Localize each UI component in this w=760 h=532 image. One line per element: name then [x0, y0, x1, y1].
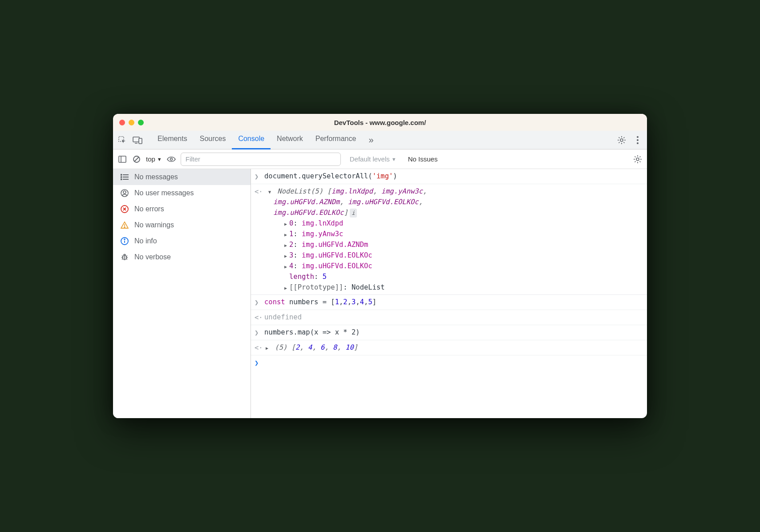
console-result-row[interactable]: <· NodeList(5) [img.lnXdpd, img.yAnw3c, … — [251, 184, 647, 295]
expand-arrow-icon[interactable] — [283, 282, 288, 293]
code-token: 2 — [343, 298, 347, 306]
code-token: const — [264, 298, 285, 306]
chevron-down-icon: ▼ — [392, 157, 396, 162]
svg-line-37 — [126, 259, 128, 260]
entry-index: 4 — [289, 262, 293, 270]
svg-point-6 — [637, 139, 639, 141]
info-badge[interactable]: i — [350, 209, 357, 218]
entry-index: 3 — [289, 251, 293, 259]
filter-input[interactable] — [181, 153, 341, 166]
proto-value: NodeList — [352, 283, 385, 291]
console-prompt-row[interactable]: ❯ — [251, 355, 647, 370]
input-chevron-icon: ❯ — [255, 327, 264, 338]
expand-arrow-icon[interactable] — [283, 218, 288, 229]
svg-point-7 — [637, 142, 639, 144]
prompt-chevron-icon: ❯ — [255, 357, 264, 368]
list-icon — [120, 173, 129, 181]
console-result-row: <· undefined — [251, 310, 647, 325]
svg-line-35 — [126, 256, 128, 257]
sidebar-label: No verbose — [134, 253, 171, 261]
window-title: DevTools - www.google.com/ — [113, 119, 647, 126]
console-result-row[interactable]: <· (5) [2, 4, 6, 8, 10] — [251, 340, 647, 355]
entry-value: img.uHGFVd.EOLKOc — [302, 251, 372, 259]
tab-console[interactable]: Console — [232, 130, 271, 149]
tab-sources[interactable]: Sources — [194, 130, 232, 149]
panel-tabs: Elements Sources Console Network Perform… — [151, 130, 380, 149]
input-chevron-icon: ❯ — [255, 297, 264, 308]
sidebar-user-messages[interactable]: No user messages — [113, 185, 251, 201]
nodelist-entry[interactable]: 4: img.uHGFVd.EOLKOc — [283, 261, 647, 271]
bracket: ] — [354, 343, 358, 351]
expand-arrow-icon[interactable] — [264, 342, 270, 353]
console-settings-icon[interactable] — [633, 154, 643, 164]
clear-console-icon[interactable] — [132, 154, 141, 164]
array-val: 4 — [308, 343, 312, 351]
close-window-button[interactable] — [119, 120, 125, 125]
bracket: [ — [323, 187, 331, 195]
sidebar-warnings[interactable]: No warnings — [113, 217, 251, 233]
maximize-window-button[interactable] — [138, 120, 144, 125]
sidebar-messages[interactable]: No messages — [113, 169, 251, 185]
console-toolbar: top ▼ Default levels ▼ No Issues — [113, 149, 647, 169]
settings-icon[interactable] — [617, 135, 627, 145]
svg-point-21 — [123, 191, 126, 193]
console-output: ❯ document.querySelectorAll('img') <· No… — [251, 169, 647, 418]
svg-point-13 — [636, 158, 639, 161]
context-selector[interactable]: top ▼ — [146, 155, 162, 163]
svg-rect-8 — [119, 156, 126, 162]
nodelist-entry[interactable]: 2: img.uHGFVd.AZNDm — [283, 239, 647, 250]
tab-elements[interactable]: Elements — [151, 130, 194, 149]
svg-point-19 — [121, 179, 121, 180]
nodelist-item: img.yAnw3c — [381, 187, 423, 195]
code-token: 1 — [335, 298, 339, 306]
console-input-row[interactable]: ❯ document.querySelectorAll('img') — [251, 169, 647, 184]
tab-network[interactable]: Network — [271, 130, 309, 149]
code-token: = [ — [323, 298, 335, 306]
titlebar: DevTools - www.google.com/ — [113, 114, 647, 131]
code-token: numbers — [285, 298, 323, 306]
inspect-element-icon[interactable] — [117, 135, 127, 145]
sidebar-label: No user messages — [134, 189, 194, 197]
expand-arrow-icon[interactable] — [283, 239, 288, 250]
svg-point-26 — [124, 227, 125, 228]
sidebar-label: No info — [134, 237, 157, 245]
expand-arrow-icon[interactable] — [283, 229, 288, 239]
svg-point-5 — [637, 136, 639, 138]
array-val: 2 — [295, 343, 299, 351]
svg-rect-3 — [139, 138, 142, 144]
info-icon — [120, 237, 129, 246]
prototype-entry[interactable]: [[Prototype]]: NodeList — [283, 282, 647, 293]
expand-arrow-icon[interactable] — [283, 250, 288, 261]
nodelist-item: img.uHGFVd.EOLKOc — [273, 209, 344, 217]
console-input-row[interactable]: ❯ const numbers = [1,2,3,4,5] — [251, 295, 647, 310]
sidebar-errors[interactable]: No errors — [113, 201, 251, 217]
issues-counter[interactable]: No Issues — [408, 155, 438, 163]
nodelist-entry[interactable]: 1: img.yAnw3c — [283, 229, 647, 239]
nodelist-entry[interactable]: 0: img.lnXdpd — [283, 218, 647, 229]
device-toggle-icon[interactable] — [133, 135, 142, 145]
svg-line-36 — [122, 259, 123, 260]
minimize-window-button[interactable] — [129, 120, 134, 125]
nodelist-entry[interactable]: 3: img.uHGFVd.EOLKOc — [283, 250, 647, 261]
tab-performance[interactable]: Performance — [309, 130, 363, 149]
more-menu-icon[interactable] — [633, 135, 643, 145]
live-expression-icon[interactable] — [166, 154, 176, 164]
log-levels-selector[interactable]: Default levels ▼ — [350, 155, 396, 163]
nodelist-label: NodeList(5) — [277, 187, 323, 195]
expand-arrow-icon[interactable] — [267, 186, 272, 197]
array-val: 8 — [333, 343, 337, 351]
warning-icon — [120, 221, 129, 230]
toggle-sidebar-icon[interactable] — [117, 154, 127, 164]
message-sidebar: No messages No user messages No errors N… — [113, 169, 251, 418]
nodelist-item: img.uHGFVd.EOLKOc — [348, 198, 419, 206]
more-tabs-button[interactable]: » — [362, 130, 380, 149]
sidebar-info[interactable]: No info — [113, 233, 251, 249]
nodelist-item: img.uHGFVd.AZNDm — [273, 198, 340, 206]
expand-arrow-icon[interactable] — [283, 261, 288, 271]
length-value: 5 — [323, 273, 327, 281]
svg-point-12 — [170, 158, 172, 160]
console-input-row[interactable]: ❯ numbers.map(x => x * 2) — [251, 325, 647, 340]
length-label: length — [289, 273, 314, 281]
sidebar-verbose[interactable]: No verbose — [113, 249, 251, 265]
entry-value: img.uHGFVd.AZNDm — [302, 241, 368, 249]
